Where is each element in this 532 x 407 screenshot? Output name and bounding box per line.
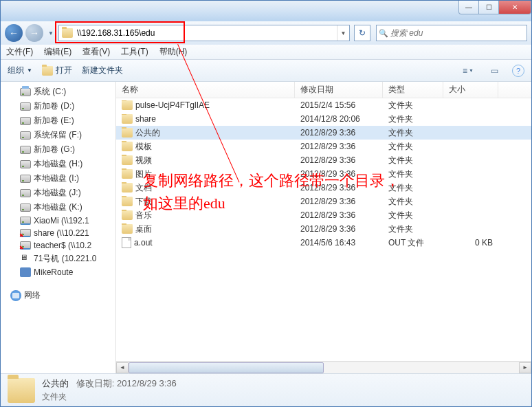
open-button[interactable]: 打开	[42, 65, 72, 76]
col-name[interactable]: 名称	[116, 82, 295, 98]
tree-item[interactable]: 本地磁盘 (H:)	[1, 157, 115, 171]
tree-item[interactable]: MikeRoute	[1, 266, 115, 278]
tree-item[interactable]: 新加卷 (D:)	[1, 99, 115, 113]
file-name: a.out	[134, 238, 153, 248]
scroll-thumb[interactable]	[129, 362, 324, 373]
folder-icon	[122, 169, 133, 179]
tree-item[interactable]: 本地磁盘 (I:)	[1, 171, 115, 186]
details-type: 文件夹	[42, 391, 177, 403]
menu-help[interactable]: 帮助(H)	[159, 46, 188, 58]
search-input[interactable]	[390, 28, 527, 38]
tree-sidebar[interactable]: 系统 (C:)新加卷 (D:)新加卷 (E:)系统保留 (F:)新加卷 (G:)…	[1, 82, 116, 373]
drive-icon	[20, 189, 31, 197]
maximize-button[interactable]: ☐	[478, 1, 499, 14]
forward-button[interactable]: →	[25, 24, 43, 42]
file-type: 文件夹	[383, 155, 443, 166]
column-headers: 名称 修改日期 类型 大小	[116, 82, 531, 98]
window-controls: — ☐ ✕	[459, 1, 531, 14]
address-drop[interactable]: ▼	[337, 25, 349, 41]
search-box[interactable]: 🔍	[376, 25, 527, 41]
refresh-button[interactable]: ↻	[354, 25, 370, 41]
tree-item-label: MikeRoute	[34, 267, 73, 277]
tree-item[interactable]: ✖share (\\10.221	[1, 227, 115, 239]
tree-item[interactable]: 71号机 (10.221.0	[1, 252, 115, 266]
scroll-left-button[interactable]: ◄	[116, 362, 129, 373]
tree-item[interactable]: ✖teacher$ (\\10.2	[1, 239, 115, 252]
file-date: 2012/8/29 3:36	[295, 142, 383, 151]
file-row[interactable]: 模板2012/8/29 3:36文件夹	[116, 140, 531, 153]
tree-item-label: 网络	[24, 289, 41, 301]
drive-icon	[20, 175, 31, 183]
tree-item[interactable]: 新加卷 (E:)	[1, 113, 115, 128]
minimize-button[interactable]: —	[458, 1, 479, 14]
address-path[interactable]: \\192.168.31.165\edu	[76, 28, 337, 38]
details-meta-label: 修改日期:	[76, 378, 115, 388]
file-type: 文件夹	[383, 100, 443, 111]
organize-button[interactable]: 组织 ▼	[8, 65, 32, 76]
tree-item[interactable]: XiaoMi (\\192.1	[1, 214, 115, 227]
content-pane: 名称 修改日期 类型 大小 pulse-UcjP4FTglIAE2015/2/4…	[116, 82, 531, 373]
file-row[interactable]: a.out2014/5/6 16:43OUT 文件0 KB	[116, 236, 531, 250]
file-row[interactable]: 图片2012/8/29 3:36文件夹	[116, 167, 531, 181]
file-type: 文件夹	[383, 127, 443, 139]
preview-pane-button[interactable]: ▭	[486, 63, 502, 79]
file-row[interactable]: 桌面2012/8/29 3:36文件夹	[116, 222, 531, 236]
tree-item-label: 系统保留 (F:)	[34, 129, 82, 141]
details-meta-value: 2012/8/29 3:36	[117, 378, 177, 388]
drive-icon	[20, 160, 31, 168]
file-date: 2012/8/29 3:36	[295, 155, 383, 165]
chevron-down-icon: ▼	[27, 67, 32, 74]
h-scrollbar[interactable]: ◄ ►	[116, 361, 531, 373]
details-pane: 公共的 修改日期: 2012/8/29 3:36 文件夹	[1, 373, 531, 406]
nav-history-drop[interactable]: ▼	[46, 26, 56, 40]
new-folder-button[interactable]: 新建文件夹	[82, 65, 123, 76]
col-type[interactable]: 类型	[383, 82, 443, 98]
file-name: share	[135, 114, 156, 124]
view-mode-button[interactable]: ≡ ▼	[460, 63, 476, 79]
file-type: 文件夹	[383, 113, 443, 125]
tree-item[interactable]: 本地磁盘 (K:)	[1, 200, 115, 214]
address-bar[interactable]: \\192.168.31.165\edu ▼	[58, 25, 350, 41]
file-row[interactable]: 公共的2012/8/29 3:36文件夹	[116, 126, 531, 140]
tree-item[interactable]: 新加卷 (G:)	[1, 142, 115, 157]
tree-item[interactable]: 系统 (C:)	[1, 85, 115, 99]
close-button[interactable]: ✕	[498, 1, 531, 14]
file-row[interactable]: 音乐2012/8/29 3:36文件夹	[116, 208, 531, 222]
scroll-right-button[interactable]: ►	[519, 362, 531, 373]
router-icon	[20, 267, 31, 277]
menu-edit[interactable]: 编辑(E)	[44, 46, 71, 58]
details-text: 公共的 修改日期: 2012/8/29 3:36 文件夹	[42, 377, 177, 403]
tree-item[interactable]: 本地磁盘 (J:)	[1, 186, 115, 200]
explorer-window: — ☐ ✕ ← → ▼ \\192.168.31.165\edu ▼ ↻ 🔍 文…	[0, 0, 532, 407]
file-date: 2014/12/8 20:06	[295, 114, 383, 124]
menu-bar: 文件(F) 编辑(E) 查看(V) 工具(T) 帮助(H)	[1, 45, 531, 60]
tree-item[interactable]: 系统保留 (F:)	[1, 128, 115, 142]
menu-file[interactable]: 文件(F)	[6, 46, 33, 58]
menu-view[interactable]: 查看(V)	[82, 46, 110, 58]
scroll-track[interactable]	[129, 362, 519, 373]
tree-item-label: 新加卷 (D:)	[34, 100, 74, 112]
col-size[interactable]: 大小	[443, 82, 498, 98]
file-name: pulse-UcjP4FTglIAE	[135, 100, 210, 110]
file-date: 2012/8/29 3:36	[295, 210, 383, 220]
file-size: 0 KB	[443, 238, 498, 248]
help-button[interactable]: ?	[512, 65, 524, 77]
file-row[interactable]: share2014/12/8 20:06文件夹	[116, 112, 531, 126]
file-name: 下载	[135, 196, 152, 208]
tree-item-label: teacher$ (\\10.2	[34, 241, 91, 250]
back-button[interactable]: ←	[5, 24, 23, 42]
col-date[interactable]: 修改日期	[295, 82, 383, 98]
tree-item-label: 本地磁盘 (H:)	[34, 158, 82, 170]
file-date: 2012/8/29 3:36	[295, 197, 383, 206]
file-row[interactable]: 下载2012/8/29 3:36文件夹	[116, 195, 531, 208]
file-row[interactable]: 视频2012/8/29 3:36文件夹	[116, 153, 531, 167]
file-row[interactable]: pulse-UcjP4FTglIAE2015/2/4 15:56文件夹	[116, 98, 531, 112]
file-row[interactable]: 文档2012/8/29 3:36文件夹	[116, 181, 531, 195]
tree-network[interactable]: 网络	[1, 288, 115, 302]
open-folder-icon	[42, 66, 53, 76]
menu-tools[interactable]: 工具(T)	[121, 46, 148, 58]
folder-icon	[122, 142, 133, 151]
tree-item-label: share (\\10.221	[34, 228, 89, 238]
folder-icon	[122, 100, 133, 110]
file-list[interactable]: pulse-UcjP4FTglIAE2015/2/4 15:56文件夹share…	[116, 98, 531, 361]
